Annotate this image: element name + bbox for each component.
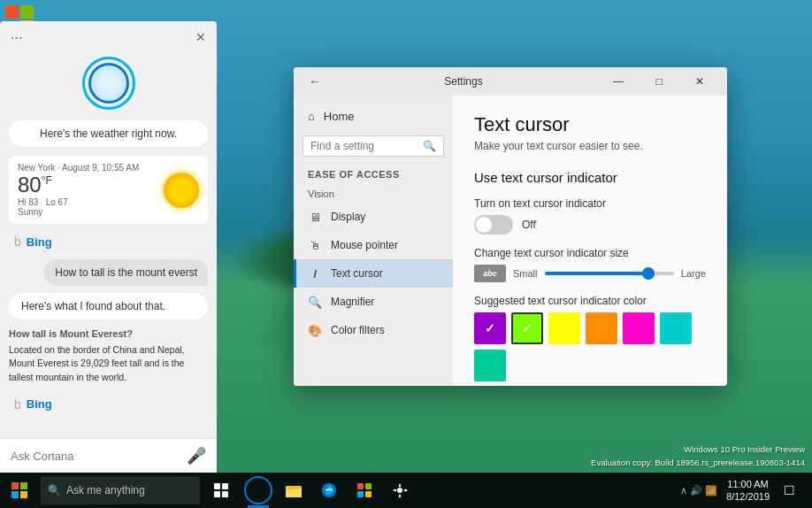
cursor-indicator-toggle[interactable] [474, 215, 513, 235]
svg-point-20 [397, 488, 402, 493]
bing-button-2[interactable]: b Bing [9, 394, 208, 415]
mouse-pointer-icon: 🖱 [308, 238, 322, 252]
clock-time: 11:00 AM [726, 478, 770, 490]
nav-display-label: Display [331, 211, 365, 223]
cortana-menu-icon[interactable]: ··· [11, 30, 22, 46]
everest-body: Located on the border of China and Nepal… [9, 343, 208, 385]
color-filters-icon: 🎨 [308, 323, 322, 337]
svg-rect-0 [5, 5, 19, 19]
size-slider-track[interactable] [545, 272, 674, 275]
notification-center-button[interactable]: ☐ [773, 473, 805, 508]
svg-rect-1 [20, 5, 34, 19]
svg-rect-6 [11, 491, 19, 498]
weather-card: New York · August 9, 10:55 AM 80°F Hi 83… [9, 156, 208, 224]
nav-text-cursor[interactable]: I Text cursor [294, 259, 453, 288]
weather-info: New York · August 9, 10:55 AM 80°F Hi 83… [18, 163, 157, 217]
cortana-close-icon[interactable]: ✕ [195, 30, 206, 44]
vision-section-label: Vision [294, 183, 453, 203]
start-button[interactable] [0, 473, 39, 508]
bing-label-2: Bing [27, 397, 52, 411]
color-swatch-teal[interactable] [474, 350, 506, 381]
taskbar-settings[interactable] [382, 473, 417, 508]
tray-icons: ∧ 🔊 📶 [680, 485, 717, 496]
svg-rect-18 [357, 491, 364, 497]
system-tray: ∧ 🔊 📶 [680, 485, 717, 496]
toggle-row: Off [474, 215, 706, 235]
user-query-bubble: How to tall is the mount everst [44, 259, 208, 286]
settings-content: Text cursor Make your text cursor easier… [453, 96, 727, 386]
cortana-ask-input[interactable] [11, 450, 187, 463]
size-large-label: Large [681, 268, 706, 279]
taskbar-edge[interactable] [311, 473, 347, 508]
color-swatch-purple[interactable] [474, 312, 506, 344]
bing-icon-2: b [14, 397, 21, 412]
minimize-button[interactable]: — [598, 67, 639, 96]
microphone-icon[interactable]: 🎤 [187, 446, 206, 466]
taskbar-cortana-search[interactable]: 🔍 Ask me anything [41, 476, 200, 504]
svg-rect-8 [214, 483, 220, 489]
nav-mouse-label: Mouse pointer [331, 239, 398, 251]
size-slider-row: abc Small Large [474, 265, 706, 282]
taskbar-cortana-icon[interactable] [241, 473, 276, 508]
taskbar: 🔍 Ask me anything [0, 473, 812, 508]
bing-search-icon: b [14, 235, 21, 249]
taskbar-store[interactable] [347, 473, 382, 508]
system-clock[interactable]: 11:00 AM 8/12/2019 [726, 478, 770, 504]
nav-mouse-pointer[interactable]: 🖱 Mouse pointer [294, 231, 453, 259]
cortana-header: ··· ✕ [0, 21, 217, 51]
bing-label: Bing [27, 235, 52, 249]
nav-color-filters[interactable]: 🎨 Color filters [294, 316, 453, 344]
close-button[interactable]: ✕ [679, 67, 720, 96]
size-slider-thumb[interactable] [642, 267, 655, 280]
cortana-input-area: 🎤 [0, 438, 217, 473]
svg-rect-7 [20, 491, 27, 498]
color-swatch-orange[interactable] [586, 312, 617, 344]
display-icon: 🖥 [308, 210, 322, 224]
settings-search-box: 🔍 [303, 135, 444, 157]
svg-rect-10 [214, 491, 220, 497]
everest-info: How tall is Mount Everest? Located on th… [9, 327, 208, 385]
settings-back-button[interactable]: ← [301, 67, 329, 96]
nav-color-filters-label: Color filters [331, 324, 385, 336]
content-subtitle: Make your text cursor easier to see. [474, 140, 706, 152]
cortana-response: Here's what I found about that. [9, 293, 208, 319]
text-cursor-icon: I [308, 266, 322, 281]
color-swatches [474, 312, 706, 381]
settings-search-input[interactable] [310, 140, 423, 152]
watermark-line2: Evaluation copy: Build 18956.rs_prerelea… [591, 456, 805, 469]
weather-temperature: 80°F [18, 173, 157, 197]
color-swatch-magenta[interactable] [623, 312, 655, 344]
taskbar-file-explorer[interactable] [276, 473, 311, 508]
weather-location: New York · August 9, 10:55 AM [18, 163, 157, 173]
color-swatch-lime[interactable] [511, 312, 543, 344]
watermark-line1: Windows 10 Pro Insider Preview [591, 443, 805, 456]
svg-rect-5 [20, 482, 27, 489]
home-icon: ⌂ [308, 110, 315, 123]
taskbar-right: ∧ 🔊 📶 11:00 AM 8/12/2019 ☐ [680, 473, 812, 508]
cortana-logo [0, 51, 217, 115]
toggle-state-text: Off [522, 219, 536, 231]
magnifier-icon: 🔍 [308, 295, 322, 309]
color-swatch-cyan[interactable] [660, 312, 692, 344]
nav-magnifier[interactable]: 🔍 Magnifier [294, 288, 453, 316]
nav-text-cursor-label: Text cursor [331, 267, 383, 280]
toggle-label: Turn on text cursor indicator [474, 197, 706, 210]
bing-button[interactable]: b Bing [9, 231, 208, 252]
color-swatch-yellow[interactable] [548, 312, 580, 344]
weather-sun-icon [164, 173, 199, 208]
task-view-button[interactable] [202, 473, 241, 508]
maximize-button[interactable]: □ [639, 67, 679, 96]
svg-rect-14 [286, 486, 294, 489]
weather-condition: Sunny [18, 207, 157, 217]
svg-rect-9 [222, 483, 228, 489]
nav-home-label: Home [324, 110, 355, 123]
color-setting-row: Suggested text cursor indicator color [474, 295, 706, 381]
toggle-knob [476, 217, 492, 233]
taskbar-items [241, 473, 417, 508]
everest-title: How tall is Mount Everest? [9, 327, 208, 342]
cortana-circle-icon [244, 476, 272, 504]
nav-display[interactable]: 🖥 Display [294, 203, 453, 231]
nav-home[interactable]: ⌂ Home [294, 103, 453, 130]
cortana-ring-outer [82, 57, 135, 110]
watermark: Windows 10 Pro Insider Preview Evaluatio… [591, 443, 805, 469]
